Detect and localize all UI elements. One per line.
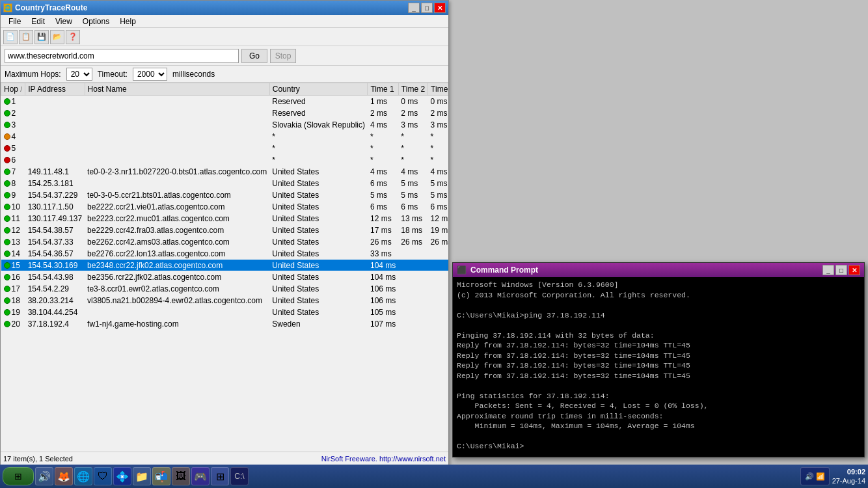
close-button[interactable]: ✕ bbox=[434, 3, 446, 13]
taskbar-icon-cmd[interactable]: C:\ bbox=[230, 467, 249, 485]
table-row[interactable]: 12 154.54.38.57 be2229.ccr42.fra03.atlas… bbox=[1, 224, 449, 236]
ip-cell bbox=[25, 131, 85, 142]
hop-number: 4 bbox=[12, 132, 16, 141]
main-title: CountryTraceRoute bbox=[15, 3, 87, 12]
menu-file[interactable]: File bbox=[3, 16, 26, 27]
hop-number: 5 bbox=[12, 144, 16, 153]
taskbar-icon-blue[interactable]: 💠 bbox=[113, 467, 131, 485]
taskbar-icon-browser[interactable]: 🦊 bbox=[55, 467, 73, 485]
table-row[interactable]: 15 154.54.30.169 be2348.ccr22.jfk02.atla… bbox=[1, 260, 449, 271]
th-hop[interactable]: Hop / bbox=[1, 83, 25, 96]
host-cell: vl3805.na21.b002894-4.ewr02.atlas.cogent… bbox=[85, 295, 269, 306]
table-row[interactable]: 3 Slovakia (Slovak Republic) 4 ms 3 ms 3… bbox=[1, 119, 449, 131]
timeout-select[interactable]: 2000 5000 bbox=[133, 68, 167, 81]
table-row[interactable]: 18 38.20.33.214 vl3805.na21.b002894-4.ew… bbox=[1, 295, 449, 306]
time2-cell bbox=[398, 283, 427, 295]
max-hops-select[interactable]: 20 30 64 bbox=[66, 68, 92, 81]
status-dot bbox=[4, 169, 10, 175]
toolbar: 📄 📋 💾 📂 ❓ bbox=[1, 28, 448, 46]
menu-options[interactable]: Options bbox=[77, 16, 115, 27]
th-time2[interactable]: Time 2 bbox=[398, 83, 427, 96]
taskbar-icon-folder[interactable]: 📁 bbox=[133, 467, 151, 485]
hop-cell: 6 bbox=[1, 154, 25, 166]
table-row[interactable]: 6 * * * * The request timed out. bbox=[1, 154, 449, 166]
status-dot bbox=[4, 110, 10, 116]
time1-cell: 5 ms bbox=[368, 189, 398, 201]
nirsoft-link[interactable]: NirSoft Freeware. http://www.nirsoft.net bbox=[321, 455, 446, 463]
start-button[interactable]: ⊞ bbox=[3, 467, 34, 485]
help-icon-button[interactable]: ❓ bbox=[66, 30, 80, 44]
th-time1[interactable]: Time 1 bbox=[368, 83, 398, 96]
go-button[interactable]: Go bbox=[241, 49, 267, 63]
taskbar-icon-grid[interactable]: ⊞ bbox=[211, 467, 229, 485]
tray-icon-2: 📶 bbox=[816, 472, 825, 481]
cmd-maximize-button[interactable]: □ bbox=[835, 265, 847, 275]
taskbar-icon-network[interactable]: 🌐 bbox=[74, 467, 92, 485]
table-row[interactable]: 10 130.117.1.50 be2222.ccr21.vie01.atlas… bbox=[1, 201, 449, 213]
table-row[interactable]: 13 154.54.37.33 be2262.ccr42.ams03.atlas… bbox=[1, 236, 449, 248]
hop-cell: 11 bbox=[1, 213, 25, 224]
hop-number: 9 bbox=[12, 191, 16, 200]
cmd-close-button[interactable]: ✕ bbox=[848, 265, 860, 275]
table-row[interactable]: 7 149.11.48.1 te0-0-2-3.nr11.b027220-0.b… bbox=[1, 166, 449, 178]
th-host[interactable]: Host Name bbox=[85, 83, 269, 96]
table-row[interactable]: 8 154.25.3.181 United States 6 ms 5 ms 5… bbox=[1, 178, 449, 189]
host-cell: te3-8.ccr01.ewr02.atlas.cogentco.com bbox=[85, 283, 269, 295]
table-scroll[interactable]: Hop / IP Address Host Name Country Time … bbox=[1, 83, 448, 447]
time2-cell: 4 ms bbox=[398, 166, 427, 178]
status-dot bbox=[4, 180, 10, 187]
time3-cell: 12 ms bbox=[428, 213, 448, 224]
save-button[interactable]: 💾 bbox=[34, 30, 49, 44]
table-row[interactable]: 16 154.54.43.98 be2356.rcr22.jfk02.atlas… bbox=[1, 271, 449, 283]
th-time3[interactable]: Time 3 bbox=[428, 83, 448, 96]
hop-number: 15 bbox=[12, 261, 20, 270]
taskbar-icon-photo[interactable]: 🖼 bbox=[172, 467, 190, 485]
cmd-title: Command Prompt bbox=[470, 265, 538, 275]
app-icon: 🌐 bbox=[3, 3, 12, 12]
taskbar-icon-audio[interactable]: 🔊 bbox=[35, 467, 53, 485]
open-button[interactable]: 📂 bbox=[50, 30, 64, 44]
cmd-minimize-button[interactable]: _ bbox=[822, 265, 834, 275]
table-row[interactable]: 5 * * * * The request timed out. bbox=[1, 142, 449, 154]
stop-button[interactable]: Stop bbox=[270, 49, 296, 63]
table-row[interactable]: 20 37.18.192.4 fw1-nj4.game-hosting.com … bbox=[1, 318, 449, 330]
maximize-button[interactable]: □ bbox=[421, 3, 433, 13]
copy-button[interactable]: 📋 bbox=[19, 30, 33, 44]
cmd-body: Microsoft Windows [Version 6.3.9600] (c)… bbox=[453, 277, 864, 457]
th-ip[interactable]: IP Address bbox=[25, 83, 85, 96]
host-cell: be2222.ccr21.vie01.atlas.cogentco.com bbox=[85, 201, 269, 213]
taskbar-icon-mail[interactable]: 📬 bbox=[152, 467, 170, 485]
url-input[interactable] bbox=[5, 49, 239, 63]
time1-cell: 4 ms bbox=[368, 166, 398, 178]
table-row[interactable]: 19 38.104.44.254 United States 105 ms bbox=[1, 306, 449, 318]
hop-number: 7 bbox=[12, 167, 16, 176]
table-row[interactable]: 9 154.54.37.229 te0-3-0-5.ccr21.bts01.at… bbox=[1, 189, 449, 201]
hop-number: 18 bbox=[12, 296, 20, 305]
title-bar-left: 🌐 CountryTraceRoute bbox=[3, 3, 87, 12]
status-dot bbox=[4, 227, 10, 234]
time2-cell bbox=[398, 260, 427, 271]
new-button[interactable]: 📄 bbox=[3, 30, 18, 44]
time3-cell: * bbox=[428, 154, 448, 166]
table-row[interactable]: 14 154.54.36.57 be2276.ccr22.lon13.atlas… bbox=[1, 248, 449, 260]
ip-cell bbox=[25, 142, 85, 154]
table-row[interactable]: 1 Reserved 1 ms 0 ms 0 ms 0 ms bbox=[1, 96, 449, 107]
table-row[interactable]: 11 130.117.49.137 be2223.ccr22.muc01.atl… bbox=[1, 213, 449, 224]
menu-edit[interactable]: Edit bbox=[26, 16, 50, 27]
taskbar-icon-shield[interactable]: 🛡 bbox=[94, 467, 112, 485]
time1-cell: 26 ms bbox=[368, 236, 398, 248]
time2-cell: * bbox=[398, 154, 427, 166]
th-country[interactable]: Country bbox=[269, 83, 368, 96]
time3-cell: 0 ms bbox=[428, 96, 448, 107]
menu-help[interactable]: Help bbox=[115, 16, 141, 27]
table-row[interactable]: 2 Reserved 2 ms 2 ms 2 ms 2 ms bbox=[1, 107, 449, 119]
table-row[interactable]: 4 * * * * The request timed out. bbox=[1, 131, 449, 142]
host-cell bbox=[85, 107, 269, 119]
host-cell: be2356.rcr22.jfk02.atlas.cogentco.com bbox=[85, 271, 269, 283]
taskbar-icon-game[interactable]: 🎮 bbox=[191, 467, 210, 485]
table-row[interactable]: 17 154.54.2.29 te3-8.ccr01.ewr02.atlas.c… bbox=[1, 283, 449, 295]
menu-view[interactable]: View bbox=[50, 16, 77, 27]
country-cell: United States bbox=[269, 260, 368, 271]
minimize-button[interactable]: _ bbox=[408, 3, 420, 13]
country-cell: United States bbox=[269, 236, 368, 248]
